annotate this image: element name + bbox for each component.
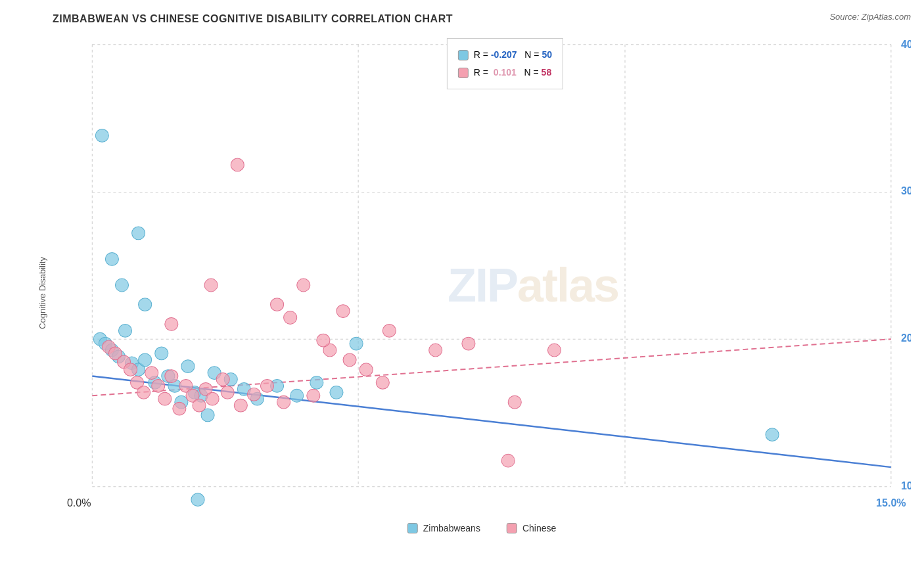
legend-swatch-pink: [458, 68, 469, 78]
legend-label-zimbabweans: Zimbabweans: [423, 523, 480, 533]
svg-point-45: [330, 386, 343, 399]
main-chart-svg: 40.0% 30.0% 20.0% 10.0% 0.0% 15.0%: [53, 32, 911, 539]
legend-swatch-zimbabweans: [407, 523, 418, 533]
legend-swatch-chinese: [507, 523, 517, 533]
svg-point-43: [290, 389, 304, 402]
source-label: Source: ZipAtlas.com: [829, 12, 911, 22]
svg-point-59: [173, 402, 186, 415]
chart-area: ZIPatlas R = -0.207 N = 50 R = 0.101 N =…: [53, 32, 911, 539]
svg-point-84: [165, 317, 178, 330]
svg-point-38: [139, 298, 152, 311]
svg-point-35: [132, 227, 145, 240]
legend-row-2: R = 0.101 N = 58: [458, 64, 552, 81]
svg-point-73: [247, 388, 260, 401]
svg-point-79: [429, 344, 442, 357]
svg-text:0.0%: 0.0%: [67, 497, 91, 508]
svg-point-72: [234, 399, 247, 412]
legend-label-chinese: Chinese: [522, 523, 556, 533]
svg-point-83: [501, 454, 515, 467]
svg-point-86: [317, 334, 330, 347]
svg-point-46: [350, 337, 363, 350]
svg-point-64: [206, 392, 219, 405]
svg-point-67: [271, 298, 284, 311]
svg-point-74: [260, 380, 273, 393]
legend-item-zimbabweans: Zimbabweans: [407, 523, 480, 533]
svg-point-20: [118, 324, 131, 337]
svg-point-36: [115, 279, 128, 292]
legend-row-1: R = -0.207 N = 50: [458, 47, 552, 63]
svg-point-89: [376, 376, 389, 390]
svg-point-82: [547, 344, 561, 357]
svg-point-62: [193, 399, 206, 412]
svg-point-55: [145, 367, 158, 380]
svg-point-23: [139, 353, 152, 367]
svg-point-70: [297, 279, 310, 292]
svg-point-78: [382, 324, 396, 337]
bottom-legend: Zimbabweans Chinese: [407, 523, 557, 533]
svg-point-75: [277, 395, 290, 409]
svg-point-54: [137, 386, 150, 399]
svg-point-47: [766, 428, 779, 441]
svg-text:15.0%: 15.0%: [876, 497, 906, 508]
svg-point-85: [216, 373, 229, 386]
svg-point-66: [204, 279, 218, 292]
svg-point-71: [221, 386, 234, 399]
svg-point-48: [191, 493, 204, 507]
svg-point-69: [336, 305, 350, 318]
svg-point-68: [284, 311, 297, 325]
svg-text:30.0%: 30.0%: [901, 186, 911, 197]
legend-r2: R = 0.101 N = 58: [474, 64, 551, 81]
svg-point-76: [307, 389, 320, 402]
legend-r1: R = -0.207 N = 50: [474, 47, 552, 63]
svg-point-88: [359, 363, 373, 376]
svg-text:10.0%: 10.0%: [901, 480, 911, 491]
y-axis-label: Cognitive Disability: [37, 257, 47, 329]
legend-item-chinese: Chinese: [507, 523, 556, 533]
svg-text:20.0%: 20.0%: [901, 332, 911, 344]
legend-swatch-blue: [458, 50, 469, 60]
svg-point-29: [181, 360, 195, 373]
svg-point-87: [343, 353, 356, 367]
svg-point-58: [165, 370, 178, 383]
svg-point-81: [508, 395, 521, 409]
svg-point-65: [231, 158, 244, 171]
legend-box: R = -0.207 N = 50 R = 0.101 N = 58: [447, 38, 563, 89]
chart-container: ZIMBABWEAN VS CHINESE COGNITIVE DISABILI…: [0, 0, 924, 586]
svg-point-52: [124, 363, 137, 376]
svg-point-57: [158, 392, 172, 405]
svg-point-34: [105, 253, 118, 266]
svg-point-25: [155, 347, 168, 360]
svg-point-80: [462, 337, 475, 350]
svg-point-56: [152, 380, 165, 393]
chart-title: ZIMBABWEAN VS CHINESE COGNITIVE DISABILI…: [53, 13, 911, 25]
svg-point-44: [310, 376, 323, 390]
svg-text:40.0%: 40.0%: [901, 39, 911, 50]
svg-point-37: [95, 129, 108, 142]
